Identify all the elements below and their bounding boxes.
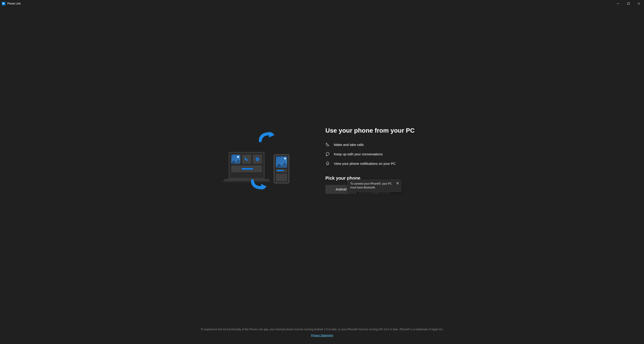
tooltip-text: To connect your iPhone®, your PC must ha… (350, 182, 392, 189)
minimize-button[interactable] (613, 0, 623, 7)
main-row: Use your phone from your PC Make and tak… (0, 7, 644, 327)
call-tile-icon (242, 155, 251, 164)
right-pane: Use your phone from your PC Make and tak… (326, 127, 420, 194)
sync-arrow-top-icon (259, 132, 277, 143)
feature-label: View your phone notifications on your PC (334, 162, 396, 165)
feature-calls: Make and take calls (326, 142, 420, 147)
phone-bar-tile (276, 169, 287, 172)
disclaimer-text: To experience the full functionality of … (9, 327, 635, 332)
phone-icon (326, 142, 330, 147)
chat-icon (326, 152, 330, 156)
laptop-illustration (228, 152, 264, 179)
phone-photo-icon (276, 156, 287, 168)
phone-illustration (274, 154, 289, 183)
hero-illustration (224, 134, 289, 188)
app-icon (2, 2, 6, 6)
wide-tile (231, 165, 262, 172)
svg-rect-0 (3, 3, 4, 4)
window-controls (613, 0, 644, 7)
feature-list: Make and take calls Keep up with your co… (326, 142, 420, 166)
feature-label: Keep up with your conversations (334, 152, 383, 156)
feature-notifications: View your phone notifications on your PC (326, 161, 420, 166)
headline: Use your phone from your PC (326, 127, 420, 134)
maximize-button[interactable] (623, 0, 634, 7)
feature-conversations: Keep up with your conversations (326, 152, 420, 156)
tooltip-close-button[interactable] (395, 181, 400, 185)
footer: To experience the full functionality of … (0, 327, 644, 344)
titlebar: Phone Link (0, 0, 644, 7)
content-area: Use your phone from your PC Make and tak… (0, 7, 644, 344)
iphone-bluetooth-tooltip: To connect your iPhone®, your PC must ha… (348, 179, 402, 192)
sync-arrow-bottom-icon (251, 179, 269, 190)
feature-label: Make and take calls (334, 143, 364, 147)
app-title: Phone Link (7, 2, 21, 5)
bell-icon (326, 161, 330, 166)
svg-rect-3 (628, 3, 630, 5)
photo-tile-icon (231, 155, 240, 164)
svg-rect-1 (4, 3, 4, 4)
close-button[interactable] (634, 0, 644, 7)
privacy-statement-link[interactable]: Privacy Statement (311, 333, 333, 338)
svg-point-7 (326, 152, 329, 155)
phone-fill-tile (276, 174, 287, 181)
chat-tile-icon (253, 155, 262, 164)
